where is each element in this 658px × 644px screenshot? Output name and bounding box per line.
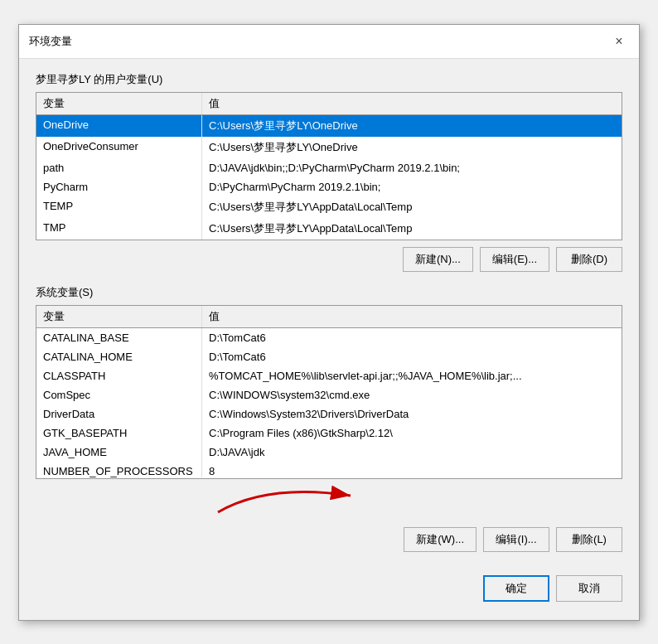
dialog-footer: 确定 取消: [19, 565, 639, 612]
user-row-val: C:\Users\梦里寻梦LY\OneDrive: [202, 137, 622, 158]
user-row-var: OneDriveConsumer: [36, 137, 202, 158]
system-row-var: CLASSPATH: [36, 366, 202, 385]
system-table-body: CATALINA_BASED:\TomCat6CATALINA_HOMED:\T…: [36, 328, 622, 477]
dialog-title: 环境变量: [29, 34, 72, 49]
system-table-row[interactable]: NUMBER_OF_PROCESSORS8: [36, 462, 620, 477]
title-bar: 环境变量 ×: [19, 25, 639, 59]
system-new-button[interactable]: 新建(W)...: [404, 527, 477, 552]
user-row-val: C:\Users\梦里寻梦LY\AppData\Local\Temp: [202, 196, 622, 218]
dialog-content: 梦里寻梦LY 的用户变量(U) 变量 值 OneDriveC:\Users\梦里…: [19, 59, 639, 565]
system-row-val: 8: [202, 462, 620, 477]
user-row-var: TEMP: [36, 196, 202, 218]
environment-variables-dialog: 环境变量 × 梦里寻梦LY 的用户变量(U) 变量 值 OneDriveC:\U…: [18, 24, 640, 621]
system-row-var: ComSpec: [36, 385, 202, 404]
system-table-row[interactable]: CLASSPATH%TOMCAT_HOME%\lib\servlet-api.j…: [36, 366, 620, 385]
user-delete-button[interactable]: 删除(D): [556, 247, 622, 272]
system-table-wrapper: 变量 值 CATALINA_BASED:\TomCat6CATALINA_HOM…: [36, 305, 622, 479]
system-row-val: %TOMCAT_HOME%\lib\servlet-api.jar;;%JAVA…: [202, 366, 620, 385]
user-variables-table: 变量 值 OneDriveC:\Users\梦里寻梦LY\OneDriveOne…: [36, 92, 622, 240]
user-table-row[interactable]: TEMPC:\Users\梦里寻梦LY\AppData\Local\Temp: [36, 196, 622, 218]
user-header-var: 变量: [36, 93, 202, 114]
user-edit-button[interactable]: 编辑(E)...: [480, 247, 549, 272]
system-row-var: CATALINA_BASE: [36, 328, 202, 347]
user-header-val: 值: [202, 93, 622, 114]
user-buttons-row: 新建(N)... 编辑(E)... 删除(D): [36, 247, 622, 272]
user-row-val: C:\Users\梦里寻梦LY\AppData\Local\Temp: [202, 218, 622, 240]
user-table-row[interactable]: PyCharmD:\PyCharm\PyCharm 2019.2.1\bin;: [36, 177, 622, 196]
system-table-header: 变量 值: [36, 306, 622, 328]
system-row-val: D:\TomCat6: [202, 347, 620, 366]
user-row-val: D:\PyCharm\PyCharm 2019.2.1\bin;: [202, 177, 622, 196]
system-row-val: C:\WINDOWS\system32\cmd.exe: [202, 385, 620, 404]
ok-button[interactable]: 确定: [483, 575, 549, 602]
system-buttons-row: 新建(W)... 编辑(I)... 删除(L): [36, 527, 622, 552]
system-row-val: C:\Program Files (x86)\GtkSharp\2.12\: [202, 424, 620, 443]
system-table-row[interactable]: ComSpecC:\WINDOWS\system32\cmd.exe: [36, 385, 620, 404]
system-row-var: JAVA_HOME: [36, 443, 202, 462]
system-table-row[interactable]: CATALINA_BASED:\TomCat6: [36, 328, 620, 347]
system-table-row[interactable]: GTK_BASEPATHC:\Program Files (x86)\GtkSh…: [36, 424, 620, 443]
user-table-row[interactable]: pathD:\JAVA\jdk\bin;;D:\PyCharm\PyCharm …: [36, 158, 622, 177]
user-table-row[interactable]: TMPC:\Users\梦里寻梦LY\AppData\Local\Temp: [36, 218, 622, 240]
user-row-val: C:\Users\梦里寻梦LY\OneDrive: [202, 115, 622, 137]
system-header-var: 变量: [36, 306, 202, 327]
user-table-row[interactable]: OneDriveC:\Users\梦里寻梦LY\OneDrive: [36, 115, 622, 137]
cancel-button[interactable]: 取消: [556, 575, 622, 602]
user-table-row[interactable]: OneDriveConsumerC:\Users\梦里寻梦LY\OneDrive: [36, 137, 622, 158]
system-row-val: D:\TomCat6: [202, 328, 620, 347]
arrow-icon: [201, 479, 450, 521]
system-row-var: GTK_BASEPATH: [36, 424, 202, 443]
system-table-row[interactable]: DriverDataC:\Windows\System32\Drivers\Dr…: [36, 404, 620, 424]
system-table-row[interactable]: JAVA_HOMED:\JAVA\jdk: [36, 443, 620, 462]
user-row-var: TMP: [36, 218, 202, 240]
arrow-annotation: [36, 479, 622, 521]
user-table-body: OneDriveC:\Users\梦里寻梦LY\OneDriveOneDrive…: [36, 115, 622, 240]
system-row-val: D:\JAVA\jdk: [202, 443, 620, 462]
system-section-label: 系统变量(S): [36, 285, 622, 300]
user-section-label: 梦里寻梦LY 的用户变量(U): [36, 72, 622, 87]
user-row-var: OneDrive: [36, 115, 202, 137]
system-header-val: 值: [202, 306, 622, 327]
system-row-val: C:\Windows\System32\Drivers\DriverData: [202, 404, 620, 424]
user-row-var: PyCharm: [36, 177, 202, 196]
user-row-var: path: [36, 158, 202, 177]
system-variables-table: 变量 值 CATALINA_BASED:\TomCat6CATALINA_HOM…: [36, 305, 622, 479]
user-row-val: D:\JAVA\jdk\bin;;D:\PyCharm\PyCharm 2019…: [202, 158, 622, 177]
system-edit-button[interactable]: 编辑(I)...: [483, 527, 549, 552]
close-button[interactable]: ×: [609, 31, 629, 51]
system-table-row[interactable]: CATALINA_HOMED:\TomCat6: [36, 347, 620, 366]
system-row-var: CATALINA_HOME: [36, 347, 202, 366]
system-row-var: DriverData: [36, 404, 202, 424]
system-row-var: NUMBER_OF_PROCESSORS: [36, 462, 202, 477]
user-table-header: 变量 值: [36, 93, 622, 115]
user-new-button[interactable]: 新建(N)...: [403, 247, 473, 272]
system-delete-button[interactable]: 删除(L): [556, 527, 622, 552]
